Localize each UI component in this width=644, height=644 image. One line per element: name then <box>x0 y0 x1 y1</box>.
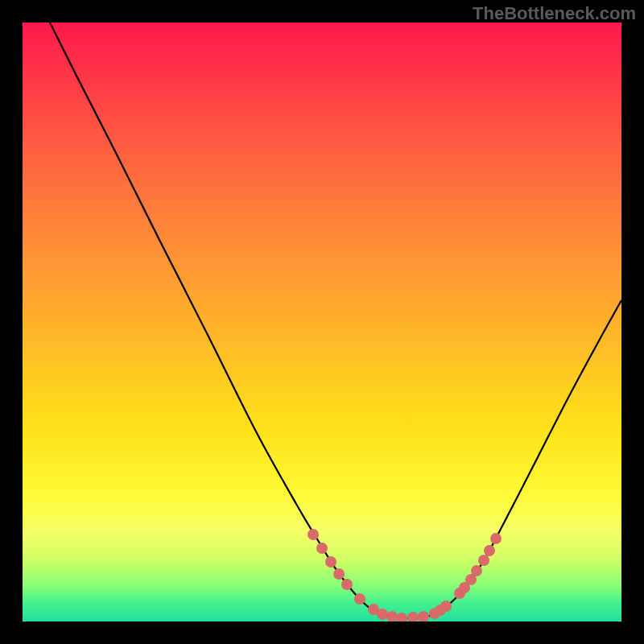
marker-dot <box>459 582 470 593</box>
bottleneck-curve <box>50 23 621 618</box>
marker-dot <box>440 601 452 612</box>
marker-dot <box>435 605 446 616</box>
marker-dot <box>316 543 328 554</box>
marker-dot <box>454 588 465 599</box>
marker-dot <box>325 556 336 568</box>
marker-dot <box>333 568 345 580</box>
chart-svg <box>23 23 621 621</box>
marker-dot <box>407 612 419 621</box>
marker-dot <box>490 533 502 544</box>
marker-dot <box>478 555 489 566</box>
marker-dot <box>377 609 388 620</box>
marker-dot <box>465 574 477 585</box>
marker-dot <box>386 611 398 621</box>
marker-dot <box>308 529 319 540</box>
marker-dot <box>418 611 429 621</box>
marker-dot <box>396 613 407 621</box>
curve-markers <box>308 529 502 621</box>
marker-dot <box>484 545 495 556</box>
marker-dot <box>354 593 365 605</box>
chart-plot-area <box>23 23 621 621</box>
marker-dot <box>368 604 379 615</box>
attribution-label: TheBottleneck.com <box>473 3 636 24</box>
marker-dot <box>471 565 482 576</box>
marker-dot <box>429 608 440 619</box>
marker-dot <box>341 579 353 590</box>
